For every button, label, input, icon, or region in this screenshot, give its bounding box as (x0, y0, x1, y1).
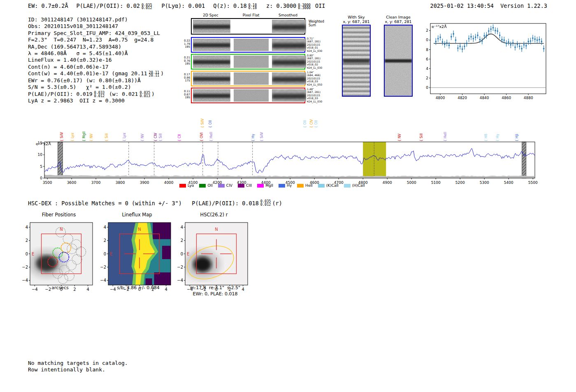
timestamp-version: 2025-01-02 13:40:54 Version 1.22.3 (430, 2, 548, 9)
line-label-nv: { NV (141, 134, 144, 141)
lineflux: LineFlux = 1.40(±0.32)e-16 (28, 57, 164, 63)
plae-poii-detail: P(LAE)/P(OII): 0.0190.0330.012 (w: 0.021… (28, 91, 164, 98)
fiber-row-weights: 0.210.76195 (182, 56, 190, 66)
fiber-row-details: 1.48"(687, 281)20210115v018_03424_LL_030 (307, 88, 330, 103)
svg-text:4800: 4800 (436, 96, 445, 100)
fiber-row-weights: 0.221.79195 (182, 39, 190, 49)
line-label-mgii: { MgII (82, 132, 86, 141)
svg-text:−4: −4 (100, 278, 106, 283)
spec2d-cell (193, 39, 230, 51)
svg-text:e⁻¹⁷x2Å: e⁻¹⁷x2Å (432, 24, 447, 29)
svg-text:4: 4 (165, 287, 167, 292)
legend-item-heii: HeII (297, 183, 313, 188)
svg-text:2: 2 (181, 238, 183, 243)
legend-swatch (344, 184, 351, 188)
legend-swatch (297, 184, 304, 188)
detection-id: ID: 3011248147 (3011248147.pdf) (28, 16, 164, 23)
line-label-civ: { CIV (154, 133, 158, 141)
svg-text:5: 5 (40, 165, 42, 169)
line-label-oii: { OII (314, 120, 318, 128)
wavelength-sigma: λ = 4846.08Å σ = 5.45(±1.40)Å (28, 50, 164, 57)
line-label-civ: { CIV (310, 119, 314, 128)
hsc-caption-2: EWr: 0, PLAE: 0.018 (193, 291, 237, 297)
version: Version 1.22.3 (500, 2, 547, 9)
spec2d-cell (193, 20, 230, 33)
svg-text:4820: 4820 (458, 96, 467, 100)
svg-text:4: 4 (426, 67, 428, 71)
fiber-cutout-row (191, 54, 305, 70)
svg-text:3500: 3500 (43, 181, 52, 185)
elixer-report-page: { "header": { "ew": "EW: 0.7±0.2Å", "pla… (0, 0, 576, 392)
legend-item-kcaii: (K)CaII (318, 183, 339, 188)
svg-text:10: 10 (426, 38, 428, 42)
cutout-col-header-smoothed: Smoothed (279, 13, 297, 17)
plya-value: P(Lyα): 0.001 (162, 2, 205, 9)
svg-text:4: 4 (181, 225, 183, 230)
svg-text:2: 2 (426, 76, 428, 80)
svg-text:e⁻¹⁷x2Å: e⁻¹⁷x2Å (36, 141, 51, 146)
with-sky-title: With Skyx, y: 687, 281 (343, 15, 369, 24)
spectrum-legend: LyαOIICIVCIIIMgIIHγHeII(K)CaII(H)CaII (179, 183, 365, 188)
line-label-lyα: { Lyα (71, 133, 74, 141)
fiber-cutout-row (191, 88, 305, 103)
weighted-sum-row (191, 18, 305, 35)
svg-text:4000: 4000 (164, 181, 174, 185)
svg-text:3700: 3700 (91, 181, 101, 185)
photometry-params: F=2.3" T=0.247 N=1.23 A=0.75 g=24.8 (28, 37, 164, 43)
fiber-row-details: 1.04"(684, 466)20210115v018_03424_LL_050 (307, 71, 330, 86)
no-match-line: No matching targets in catalog. (28, 360, 128, 366)
svg-text:2: 2 (26, 238, 28, 243)
pixelflat-cell (234, 89, 269, 102)
legend-swatch (238, 184, 244, 188)
equivalent-width-rest: EWr = 0.76(±0.17) (w: 0.80(±0.18))Å (28, 77, 164, 84)
line-label-siiv: { SiIV (201, 118, 204, 128)
svg-text:3800: 3800 (116, 181, 125, 185)
clean-image-title: Clean Imagex, y: 687, 281 (385, 15, 411, 24)
svg-text:N: N (60, 227, 63, 232)
svg-text:4: 4 (242, 287, 244, 292)
line-label-heii: { HeII (444, 132, 447, 141)
svg-text:5000: 5000 (407, 181, 416, 185)
continuum-n: Cont(n) = 4.60(±0.06)e-17 (28, 64, 164, 70)
legend-item-lyα: Lyα (179, 183, 194, 188)
svg-text:4: 4 (86, 287, 89, 292)
line-fit-plot: 02468101248004820484048604880e⁻¹⁷x2Å (426, 21, 551, 103)
svg-text:−4: −4 (110, 287, 116, 292)
cutout-col-header-pixelflat: Pixel Flat (243, 13, 259, 17)
legend-swatch (279, 184, 285, 188)
svg-text:4880: 4880 (524, 96, 533, 100)
pixelflat-cell (234, 39, 269, 51)
fiber-xlabel: arcsecs (51, 285, 68, 290)
line-label-hδ: { Hδ (484, 134, 488, 141)
line-label-oii: { OII (303, 120, 307, 128)
line-label-siii: { SiII (420, 133, 423, 141)
legend-swatch (257, 184, 264, 188)
line-label-ovi: { OVI (200, 132, 204, 141)
blank-row-line: Row intentionally blank. (28, 366, 128, 373)
svg-text:8: 8 (426, 48, 428, 52)
svg-text:−2: −2 (100, 265, 106, 269)
svg-text:5500: 5500 (528, 181, 538, 185)
clean-image-coords: x, y: 687, 281 (385, 19, 411, 24)
ew-value: EW: 0.7±0.2Å (28, 2, 68, 9)
legend-item-civ: CIV (218, 183, 232, 188)
pixelflat-cell (234, 72, 269, 85)
hsc-dex-summary: HSC-DEX : Possible Matches = 0 (within +… (28, 200, 282, 206)
legend-item-mgii: MgII (257, 183, 273, 188)
with-sky-coords: x, y: 687, 281 (343, 19, 369, 24)
svg-text:−2: −2 (22, 265, 28, 269)
svg-text:4: 4 (26, 225, 28, 230)
line-label-siiv: { SiIV (260, 132, 264, 141)
legend-item-hγ: Hγ (279, 183, 292, 188)
svg-text:3600: 3600 (67, 181, 77, 185)
qz-value: Q(z): 0.180.180.18 (213, 2, 258, 10)
svg-text:−4: −4 (22, 278, 28, 283)
smoothed-cell (272, 72, 306, 85)
svg-text:4900: 4900 (383, 181, 392, 185)
clean-image (384, 25, 413, 97)
line-label-heii: { HeII (209, 132, 213, 141)
line-label-hγ: { Hγ (496, 134, 499, 141)
fiber-cutout-row (191, 37, 305, 53)
line-label-hβ: { Hβ (515, 134, 519, 141)
svg-text:5300: 5300 (480, 181, 489, 185)
